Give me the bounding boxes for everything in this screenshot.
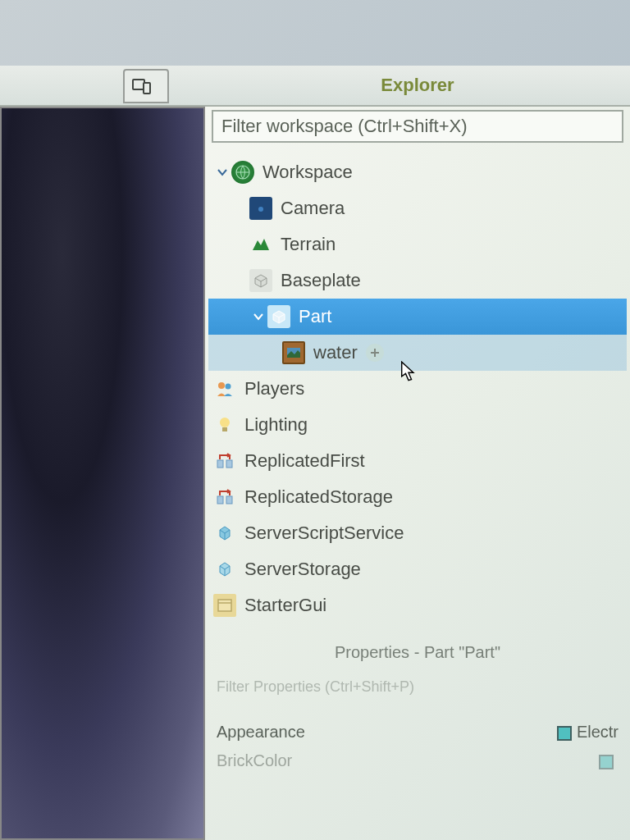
explorer-panel: Filter workspace (Ctrl+Shift+X) Workspac… <box>205 107 630 840</box>
devices-icon <box>130 75 153 98</box>
filter-placeholder-text: Filter Properties (Ctrl+Shift+P) <box>217 678 414 695</box>
server-script-icon <box>213 522 236 545</box>
svg-point-4 <box>258 207 263 212</box>
property-value <box>599 751 619 770</box>
gui-icon <box>213 594 236 617</box>
lightbulb-icon <box>213 413 236 436</box>
decal-icon <box>282 341 305 364</box>
tree-label: Baseplate <box>281 270 361 291</box>
tree-label: water <box>313 342 358 363</box>
tree-item-part[interactable]: Part <box>208 299 627 335</box>
tree-item-startergui[interactable]: StarterGui <box>208 587 627 623</box>
svg-rect-5 <box>258 203 262 206</box>
tree-item-camera[interactable]: Camera <box>208 190 627 226</box>
tree-item-baseplate[interactable]: Baseplate <box>208 262 627 299</box>
tree-label: ReplicatedStorage <box>244 486 393 508</box>
players-icon <box>213 377 236 400</box>
property-label: BrickColor <box>217 751 292 770</box>
color-swatch-icon <box>557 726 572 741</box>
svg-rect-13 <box>217 496 223 504</box>
svg-rect-15 <box>218 600 231 611</box>
title-bar: Explorer <box>0 66 630 107</box>
svg-rect-1 <box>144 83 150 94</box>
tree-item-lighting[interactable]: Lighting <box>208 407 627 443</box>
storage-icon <box>213 450 236 472</box>
tree-label: Camera <box>281 198 345 219</box>
storage-icon <box>213 486 236 509</box>
property-row-brickcolor[interactable]: BrickColor <box>213 746 622 775</box>
chevron-down-icon[interactable] <box>249 311 267 322</box>
properties-title: Properties - Part "Part" <box>213 643 622 662</box>
chevron-down-icon[interactable] <box>213 167 231 178</box>
tree-item-replicatedstorage[interactable]: ReplicatedStorage <box>208 479 627 515</box>
color-swatch-icon <box>599 755 614 769</box>
tree-item-serverscriptservice[interactable]: ServerScriptService <box>208 515 627 551</box>
svg-rect-11 <box>217 460 223 468</box>
svg-rect-14 <box>226 496 232 504</box>
part-icon <box>267 305 290 328</box>
server-storage-icon <box>213 558 236 581</box>
device-emulator-button[interactable] <box>123 69 169 103</box>
globe-icon <box>231 161 254 184</box>
panel-title: Explorer <box>205 75 630 96</box>
tree-label: ServerScriptService <box>244 523 404 544</box>
svg-point-7 <box>218 382 225 389</box>
filter-placeholder-text: Filter workspace (Ctrl+Shift+X) <box>221 116 468 137</box>
tree-label: Workspace <box>262 162 353 183</box>
property-section-appearance[interactable]: Appearance Electr <box>213 718 622 746</box>
filter-properties-input[interactable]: Filter Properties (Ctrl+Shift+P) <box>213 675 622 701</box>
tree-item-serverstorage[interactable]: ServerStorage <box>208 551 627 587</box>
tree-item-terrain[interactable]: Terrain <box>208 226 627 262</box>
svg-point-8 <box>226 384 231 390</box>
tree-label: ReplicatedFirst <box>244 450 365 472</box>
terrain-icon <box>249 233 272 256</box>
tree-item-players[interactable]: Players <box>208 371 627 407</box>
tree-item-workspace[interactable]: Workspace <box>208 154 627 190</box>
property-value: Electr <box>557 723 619 742</box>
tree-item-replicatedfirst[interactable]: ReplicatedFirst <box>208 443 627 479</box>
tree-label: Terrain <box>281 234 336 255</box>
properties-panel: Properties - Part "Part" Filter Properti… <box>205 638 630 780</box>
filter-workspace-input[interactable]: Filter workspace (Ctrl+Shift+X) <box>212 110 623 143</box>
tree-label: Players <box>244 378 304 399</box>
tree-item-water[interactable]: water <box>208 335 627 371</box>
svg-rect-12 <box>226 460 232 468</box>
tree-label: Part <box>299 306 331 327</box>
camera-icon <box>249 197 272 220</box>
part-icon <box>249 269 272 292</box>
tree-label: StarterGui <box>244 595 326 616</box>
add-child-button[interactable] <box>366 344 384 362</box>
svg-rect-0 <box>133 80 144 89</box>
tree-label: Lighting <box>244 414 308 436</box>
svg-rect-10 <box>222 427 227 431</box>
section-label: Appearance <box>217 723 305 742</box>
viewport-3d[interactable] <box>0 107 205 840</box>
tree-label: ServerStorage <box>244 559 361 580</box>
svg-point-9 <box>220 418 230 427</box>
hierarchy-tree: Workspace Camera Terrain Baseplate <box>205 149 630 628</box>
